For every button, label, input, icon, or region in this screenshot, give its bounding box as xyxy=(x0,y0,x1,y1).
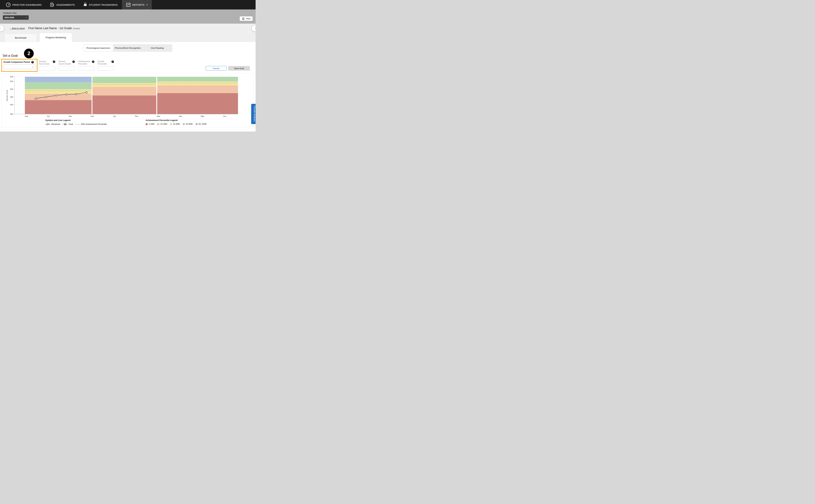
symbol-line-legend: Symbol and Line Legend Observed xyxy=(45,119,109,126)
academic-year-value: 2024-2025 xyxy=(4,16,14,19)
svg-text:Apr: Apr xyxy=(179,115,182,117)
domain-score-growth-input[interactable] xyxy=(59,66,75,71)
help-icon[interactable]: ? xyxy=(92,60,94,63)
academic-year-label: Academic Year: xyxy=(3,12,253,14)
svg-text:508: 508 xyxy=(10,76,13,78)
growth-comparison-period-label: Growth Comparison Period ? xyxy=(3,61,35,63)
growth-percentile-field: Growth Percentile ? xyxy=(98,59,114,71)
back-to-report-link[interactable]: ←Back to report xyxy=(10,27,25,30)
segment-oral-reading[interactable]: Oral Reading xyxy=(143,44,172,52)
domain-segmented-control: Phonological Awareness Phonics/Word Reco… xyxy=(83,44,172,52)
segment-phonics-word-recognition[interactable]: Phonics/Word Recognition xyxy=(113,44,143,52)
goal-star-icon xyxy=(63,123,68,126)
svg-text:Oct: Oct xyxy=(47,115,50,117)
svg-text:Jun: Jun xyxy=(223,115,226,117)
password-stars: **** xyxy=(83,6,87,7)
gauge-icon xyxy=(6,2,11,7)
clipboard-icon xyxy=(50,3,55,7)
print-button[interactable]: Print xyxy=(240,16,253,21)
svg-text:Jan: Jan xyxy=(113,115,116,117)
cancel-button[interactable]: Cancel xyxy=(206,66,226,71)
svg-text:505: 505 xyxy=(10,80,13,82)
chevron-down-icon: ⌄ xyxy=(32,65,34,68)
growth-percentile-input[interactable] xyxy=(98,66,114,71)
svg-text:Domain Score: Domain Score xyxy=(6,90,8,101)
report-tabs: Benchmark Progress Monitoring xyxy=(0,33,256,42)
growth-comparison-period-highlight: Growth Comparison Period ? ⌄ xyxy=(1,59,37,72)
nav-label: REPORTS xyxy=(132,3,144,6)
domain-score-goal-label: Domain Score Goal ? xyxy=(39,60,55,65)
nav-student-passwords[interactable]: **** STUDENT PASSWORDS xyxy=(79,0,122,9)
legend-percentile-81-100: 81-100th xyxy=(196,123,207,125)
domain-score-chart: 508505500495490484SepOctNovDecJanFebMarA… xyxy=(2,74,251,118)
page-bottom xyxy=(0,132,256,134)
page: PROCTOR DASHBOARD ASSIGNMENTS ** xyxy=(0,0,256,134)
report-header: ‹ ←Back to report First Name Last Name -… xyxy=(0,24,256,33)
chevron-left-icon: ‹ xyxy=(0,27,0,30)
segment-phonological-awareness[interactable]: Phonological Awareness xyxy=(83,44,113,52)
achievement-percentile-label: Achievement Percentile ? xyxy=(78,60,94,65)
set-a-goal-heading: Set a Goal xyxy=(3,54,256,58)
percentile-dot xyxy=(183,123,185,125)
nav-assignments[interactable]: ASSIGNMENTS xyxy=(46,0,79,9)
tab-benchmark[interactable]: Benchmark xyxy=(4,34,37,42)
tab-progress-monitoring[interactable]: Progress Monitoring xyxy=(39,33,72,42)
toolbar: Academic Year: 2024-2025 ⌄ Print xyxy=(0,9,256,24)
legend-goal: Goal xyxy=(63,123,73,126)
help-icon[interactable]: ? xyxy=(53,60,55,63)
lock-icon: **** xyxy=(83,2,87,7)
progress-monitoring-panel: Phonological Awareness Phonics/Word Reco… xyxy=(0,44,256,132)
percentile-dot xyxy=(146,123,148,125)
back-arrow-icon: ← xyxy=(10,27,12,30)
legend-percentile-61-80: 61-80th xyxy=(183,123,193,125)
legend-percentile-21-40: 21-40th xyxy=(157,123,167,125)
svg-text:484: 484 xyxy=(10,113,13,115)
legend-50th-percentile: 50th Achievement Percentile xyxy=(76,123,107,125)
nav-reports[interactable]: REPORTS ▾ xyxy=(122,0,152,9)
achievement-percentile-field: Achievement Percentile ? xyxy=(78,59,94,71)
help-icon[interactable]: ? xyxy=(111,60,114,63)
next-student-button[interactable]: › xyxy=(252,25,256,31)
growth-percentile-label: Growth Percentile ? xyxy=(98,60,114,65)
domain-score-goal-input[interactable] xyxy=(39,66,55,71)
svg-text:Feb: Feb xyxy=(135,115,138,117)
domain-score-goal-field: Domain Score Goal ? xyxy=(39,59,55,71)
percentile-dot xyxy=(196,123,198,125)
percentile-legend-title: Achievement Percentile Legend xyxy=(146,119,207,121)
chart-legends: Symbol and Line Legend Observed xyxy=(2,118,254,128)
printer-icon xyxy=(242,17,245,20)
print-label: Print xyxy=(246,17,250,20)
save-goal-button[interactable]: Save Goal xyxy=(228,66,250,71)
academic-year-select[interactable]: 2024-2025 ⌄ xyxy=(3,15,29,20)
previous-student-button[interactable]: ‹ xyxy=(0,25,4,31)
percentile-dot xyxy=(157,123,159,125)
chevron-down-icon: ▾ xyxy=(147,4,148,6)
svg-text:Mar: Mar xyxy=(157,115,160,117)
help-icon[interactable]: ? xyxy=(31,61,34,63)
nav-proctor-dashboard[interactable]: PROCTOR DASHBOARD xyxy=(2,0,46,9)
nav-label: PROCTOR DASHBOARD xyxy=(12,3,42,6)
chevron-down-icon: ⌄ xyxy=(25,16,27,18)
title-grade-suffix: (Grade) xyxy=(73,27,80,30)
top-navigation: PROCTOR DASHBOARD ASSIGNMENTS ** xyxy=(0,0,256,9)
back-link-label: Back to report xyxy=(12,27,25,30)
step-2-badge: 2 xyxy=(24,49,34,58)
achievement-percentile-legend: Achievement Percentile Legend 1-20th 21-… xyxy=(146,119,207,126)
provide-feedback-tab[interactable]: Provide feedback xyxy=(251,104,256,124)
goal-form: Growth Comparison Period ? ⌄ Domain Scor… xyxy=(0,59,256,72)
legend-observed: Observed xyxy=(45,123,60,125)
percentile-dot xyxy=(170,123,172,125)
help-icon[interactable]: ? xyxy=(72,60,75,63)
domain-score-growth-label: Domain Score Growth ? xyxy=(59,60,75,65)
svg-text:490: 490 xyxy=(10,104,13,106)
chevron-right-icon: › xyxy=(255,27,256,30)
svg-text:Nov: Nov xyxy=(69,115,72,117)
goal-actions: Cancel Save Goal xyxy=(206,59,250,71)
observed-line-icon xyxy=(45,123,50,125)
achievement-percentile-input[interactable] xyxy=(78,66,94,71)
page-title: First Name Last Name - 1st Grade(Grade) xyxy=(28,27,80,30)
svg-text:May: May xyxy=(201,115,204,117)
growth-comparison-period-select[interactable]: ⌄ xyxy=(3,65,35,69)
progress-chart-card: 508505500495490484SepOctNovDecJanFebMarA… xyxy=(2,73,254,128)
svg-text:500: 500 xyxy=(10,88,13,90)
